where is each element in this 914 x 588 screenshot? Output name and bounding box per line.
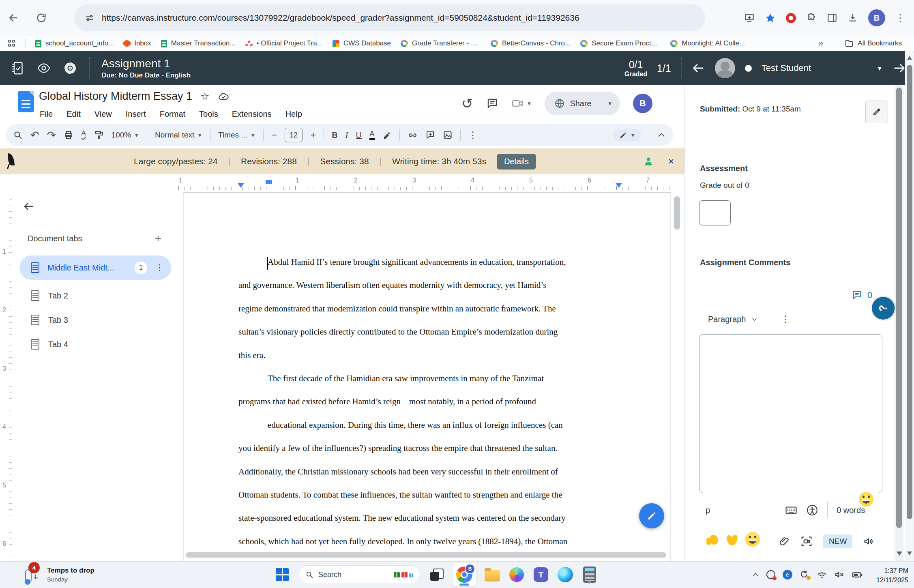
- editing-mode-button[interactable]: ▼: [613, 129, 641, 142]
- teams-button[interactable]: T: [533, 567, 549, 583]
- bookmark-item[interactable]: Inbox: [124, 39, 151, 47]
- chevron-down-icon[interactable]: [751, 316, 757, 322]
- back-icon[interactable]: [7, 12, 19, 24]
- paragraph-format-select[interactable]: Paragraph: [708, 315, 746, 324]
- edge-button[interactable]: [557, 567, 573, 583]
- text-color-button[interactable]: A: [369, 130, 375, 140]
- tray-edge-icon[interactable]: e: [783, 570, 792, 579]
- undo-icon[interactable]: ↶: [30, 129, 39, 142]
- start-button[interactable]: [274, 567, 290, 583]
- document-text[interactable]: Abdul Hamid II’s tenure brought signific…: [238, 251, 638, 560]
- increase-font-icon[interactable]: +: [310, 129, 316, 141]
- file-explorer-button[interactable]: [484, 567, 500, 583]
- taskbar-clock[interactable]: 1:37 PM 12/11/2025: [876, 566, 908, 585]
- bookmark-item[interactable]: Secure Exam Procto...: [580, 39, 661, 47]
- panel-scroll-down-arrow-icon[interactable]: [897, 552, 902, 556]
- next-student-arrow-icon[interactable]: [893, 61, 906, 75]
- paragraph[interactable]: educational expansion. During this time,…: [238, 414, 638, 553]
- insert-image-icon[interactable]: [443, 130, 453, 140]
- student-dropdown-caret-icon[interactable]: ▼: [877, 65, 883, 72]
- weather-widget[interactable]: 4 Temps to drop Sunday: [23, 564, 94, 585]
- settings-gear-icon[interactable]: [62, 60, 78, 76]
- downloads-icon[interactable]: [847, 13, 858, 23]
- first-line-indent-marker[interactable]: [266, 180, 272, 184]
- student-name[interactable]: Test Student: [762, 63, 867, 73]
- right-indent-marker[interactable]: [616, 183, 622, 188]
- post-policies-eye-icon[interactable]: [36, 61, 51, 75]
- reload-icon[interactable]: [36, 12, 47, 24]
- battery-icon[interactable]: [852, 569, 863, 580]
- media-record-icon[interactable]: [800, 535, 813, 547]
- menu-edit[interactable]: Edit: [67, 109, 80, 119]
- doc-vertical-scrollbar[interactable]: [674, 196, 680, 230]
- apps-grid-icon[interactable]: [8, 40, 15, 47]
- underline-button[interactable]: U: [356, 131, 362, 140]
- italic-button[interactable]: I: [345, 130, 348, 140]
- zoom-select[interactable]: 100%▼: [112, 131, 139, 139]
- left-indent-marker[interactable]: [238, 183, 244, 188]
- docs-profile-avatar[interactable]: B: [633, 94, 652, 113]
- star-icon[interactable]: ☆: [200, 90, 209, 102]
- add-tab-icon[interactable]: +: [155, 232, 161, 245]
- insert-link-icon[interactable]: [408, 130, 418, 140]
- browser-scroll-down-arrow-icon[interactable]: [907, 552, 912, 555]
- tab-options-icon[interactable]: ⋮: [155, 263, 164, 273]
- tab-comment-badge[interactable]: 1: [135, 262, 147, 274]
- clap-emoji[interactable]: [725, 532, 740, 546]
- omnibox[interactable]: https://canvas.instructure.com/courses/1…: [74, 4, 705, 31]
- menu-view[interactable]: View: [94, 109, 112, 119]
- side-panel-icon[interactable]: [827, 13, 837, 23]
- accessibility-checker-icon[interactable]: [806, 504, 818, 516]
- bookmarks-overflow-chevron[interactable]: »: [818, 38, 823, 49]
- google-docs-icon[interactable]: [18, 91, 34, 112]
- browser-profile-avatar[interactable]: B: [868, 9, 885, 26]
- wifi-icon[interactable]: [817, 569, 827, 580]
- decrease-font-icon[interactable]: −: [271, 129, 277, 141]
- tray-expand-chevron-icon[interactable]: [752, 571, 759, 578]
- thumbs-up-emoji[interactable]: [706, 532, 719, 546]
- menu-file[interactable]: File: [40, 109, 53, 119]
- doc-tab[interactable]: Tab 2: [31, 290, 68, 301]
- close-tabs-panel-arrow-icon[interactable]: [23, 200, 35, 212]
- meet-button[interactable]: ▼: [511, 97, 532, 109]
- menu-format[interactable]: Format: [160, 109, 185, 119]
- bookmark-item[interactable]: Moonlight: AI Colle...: [670, 39, 745, 47]
- hide-menus-chevron-icon[interactable]: [657, 131, 666, 139]
- version-history-icon[interactable]: ↺: [461, 95, 473, 112]
- paragraph-style-select[interactable]: Normal text▼: [155, 131, 202, 139]
- bookmark-item[interactable]: school_account_info...: [35, 39, 114, 47]
- calculator-button[interactable]: [581, 567, 598, 583]
- bookmark-item[interactable]: Master Transaction...: [161, 39, 236, 47]
- gradebook-icon[interactable]: [11, 61, 25, 75]
- highlight-color-icon[interactable]: [382, 131, 392, 140]
- menu-insert[interactable]: Insert: [126, 109, 146, 119]
- menu-help[interactable]: Help: [285, 109, 302, 119]
- bold-button[interactable]: B: [332, 131, 337, 140]
- redo-icon[interactable]: ↷: [47, 129, 56, 142]
- tray-app-icon[interactable]: [766, 570, 776, 579]
- paint-format-icon[interactable]: [94, 130, 104, 140]
- details-button[interactable]: Details: [497, 154, 536, 170]
- share-caret-icon[interactable]: ▼: [600, 101, 620, 107]
- chrome-menu-icon[interactable]: ⋮: [895, 12, 905, 24]
- menu-extensions[interactable]: Extensions: [232, 109, 272, 119]
- comments-icon[interactable]: [486, 97, 498, 109]
- install-icon[interactable]: [744, 13, 755, 23]
- font-size-input[interactable]: 12: [285, 128, 303, 142]
- bookmark-star-icon[interactable]: [765, 13, 776, 24]
- bookmark-item[interactable]: Grade Transferer - C...: [401, 39, 481, 47]
- attach-file-icon[interactable]: [779, 536, 790, 547]
- smile-emoji[interactable]: [745, 532, 760, 547]
- canvas-help-button[interactable]: ?: [872, 297, 895, 320]
- print-icon[interactable]: [64, 130, 73, 140]
- extensions-puzzle-icon[interactable]: [806, 13, 817, 23]
- paragraph[interactable]: Abdul Hamid II’s tenure brought signific…: [238, 251, 638, 367]
- site-settings-icon[interactable]: [85, 13, 94, 23]
- search-icon[interactable]: [13, 130, 23, 140]
- more-options-icon[interactable]: ⋮: [468, 130, 478, 141]
- grade-input[interactable]: [699, 200, 731, 225]
- browser-scrollbar-thumb[interactable]: [907, 65, 912, 519]
- copilot-button[interactable]: [508, 567, 525, 583]
- bookmark-item[interactable]: BetterCanvas - Chro...: [491, 39, 571, 47]
- share-button[interactable]: Share ▼: [545, 92, 620, 115]
